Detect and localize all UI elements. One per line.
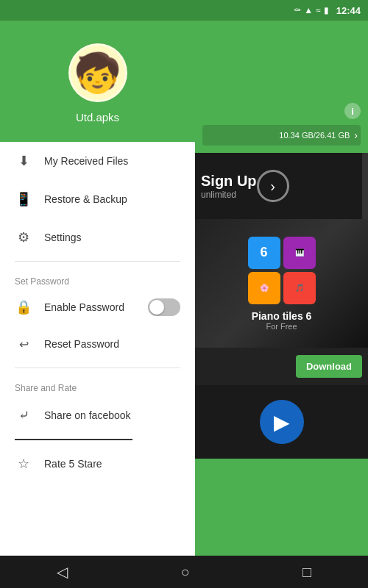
storage-arrow-icon: › xyxy=(354,129,358,141)
reset-icon: ↩ xyxy=(15,335,32,353)
download-icon: ⬇ xyxy=(15,152,32,170)
menu-item-restore-backup[interactable]: 📱 Restore & Backup xyxy=(0,180,195,218)
enable-password-row[interactable]: 🔒 Enable Password xyxy=(0,290,195,325)
wifi-icon: ≈ xyxy=(316,5,321,15)
ad-bar xyxy=(362,153,368,219)
piano-tiles-image: 6 🎹 🌸 🎵 Piano tiles 6 For Free xyxy=(195,219,368,348)
divider-1 xyxy=(15,261,180,262)
ad-banner[interactable]: Sign Up unlimited › xyxy=(195,153,368,219)
settings-icon: ⚙ xyxy=(15,229,32,246)
piano-tiles-grid: 6 🎹 🌸 🎵 xyxy=(248,237,316,304)
arrow-circle-icon[interactable]: › xyxy=(257,170,289,202)
divider-2 xyxy=(15,368,180,368)
nav-bar: ◁ ○ □ xyxy=(0,556,368,588)
received-files-label: My Received Files xyxy=(44,155,128,167)
piano-subtitle: For Free xyxy=(266,322,297,331)
ad-text-area: Sign Up unlimited xyxy=(201,173,257,200)
settings-label: Settings xyxy=(44,232,82,243)
piano-tiles-area: 6 🎹 🌸 🎵 Piano tiles 6 For Free xyxy=(195,219,368,348)
menu-item-reset-password[interactable]: ↩ Reset Password xyxy=(0,325,195,363)
sign-up-text: Sign Up xyxy=(201,173,257,190)
status-bar: ⚰ ▲ ≈ ▮ 12:44 xyxy=(0,0,368,21)
piano-tile-2: 🎹 xyxy=(283,237,316,269)
menu-item-settings[interactable]: ⚙ Settings xyxy=(0,218,195,257)
recent-button[interactable]: □ xyxy=(302,564,311,581)
back-button[interactable]: ◁ xyxy=(57,563,68,581)
rate-label: Rate 5 Stare xyxy=(44,458,102,470)
piano-tile-4: 🎵 xyxy=(283,272,316,304)
reset-password-label: Reset Password xyxy=(44,338,119,350)
status-time: 12:44 xyxy=(336,5,361,16)
download-button[interactable]: Download xyxy=(296,355,362,378)
restore-backup-label: Restore & Backup xyxy=(44,193,127,205)
restore-icon: 📱 xyxy=(15,190,32,208)
unlimited-text: unlimited xyxy=(201,190,257,200)
piano-tile-3: 🌸 xyxy=(248,272,280,304)
info-icon[interactable]: i xyxy=(344,103,361,119)
storage-row[interactable]: 10.34 GB/26.41 GB › xyxy=(202,125,361,146)
lock-icon: 🔒 xyxy=(15,298,32,316)
home-button[interactable]: ○ xyxy=(180,564,189,581)
share-facebook-label: Share on facebook xyxy=(44,409,131,421)
play-icon[interactable]: ▶ xyxy=(260,400,304,444)
avatar: 🧒 xyxy=(68,43,127,102)
ad-content: Sign Up unlimited › xyxy=(195,164,368,208)
right-content: i 10.34 GB/26.41 GB › Sign Up unlimited … xyxy=(195,21,368,588)
toggle-thumb xyxy=(149,300,164,315)
status-icons: ⚰ ▲ ≈ ▮ 12:44 xyxy=(294,5,361,16)
signal-icon: ▲ xyxy=(304,5,313,15)
menu-item-rate[interactable]: ☆ Rate 5 Stare xyxy=(0,445,195,483)
drawer-header: 🧒 Utd.apks xyxy=(0,21,195,142)
download-row: Download xyxy=(195,348,368,385)
drawer-username: Utd.apks xyxy=(76,111,119,123)
menu-item-share-facebook[interactable]: ⤶ Share on facebook xyxy=(0,396,195,434)
top-area: i 10.34 GB/26.41 GB › xyxy=(195,21,368,153)
enable-password-toggle[interactable] xyxy=(148,298,180,316)
bluetooth-icon: ⚰ xyxy=(294,5,301,15)
share-divider xyxy=(15,439,132,440)
storage-text: 10.34 GB/26.41 GB xyxy=(279,131,350,140)
share-rate-section-label: Share and Rate xyxy=(0,373,195,396)
drawer-menu: ⬇ My Received Files 📱 Restore & Backup ⚙… xyxy=(0,142,195,588)
avatar-emoji: 🧒 xyxy=(74,54,121,92)
battery-icon: ▮ xyxy=(324,5,329,15)
star-icon: ☆ xyxy=(15,455,32,473)
share-icon: ⤶ xyxy=(15,406,32,424)
enable-password-label: Enable Password xyxy=(44,301,136,313)
piano-tile-1: 6 xyxy=(248,237,280,269)
menu-item-received-files[interactable]: ⬇ My Received Files xyxy=(0,142,195,180)
set-password-section-label: Set Password xyxy=(0,266,195,290)
bottom-icon-area: ▶ xyxy=(195,385,368,459)
piano-title: Piano tiles 6 xyxy=(252,310,312,322)
drawer: 🧒 Utd.apks ⬇ My Received Files 📱 Restore… xyxy=(0,21,195,588)
